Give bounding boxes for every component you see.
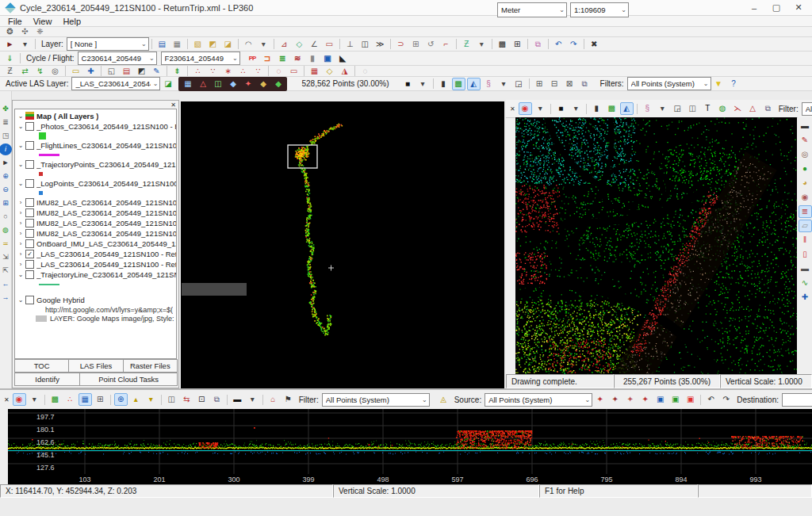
- redo-icon[interactable]: ↷: [567, 38, 580, 51]
- table-blue-icon[interactable]: ▦: [181, 78, 194, 90]
- route-grid-icon[interactable]: ⊞: [409, 38, 423, 51]
- diamond-gold-icon[interactable]: ◇: [323, 65, 336, 78]
- spiral-pink-icon[interactable]: §: [482, 78, 496, 90]
- tab-raster-files[interactable]: Raster Files: [123, 359, 178, 373]
- step-tool-icon[interactable]: ⊐: [261, 52, 274, 65]
- layer-checkbox[interactable]: [25, 208, 34, 217]
- box-3d-icon[interactable]: ▱: [799, 220, 812, 232]
- map-viewport[interactable]: [181, 101, 504, 388]
- flag-small-icon[interactable]: ⚑: [282, 393, 295, 406]
- tree-item[interactable]: ›IMU82_LAS_C230614_205449_121SN100 -: [17, 218, 176, 228]
- profile-viewport[interactable]: [8, 409, 812, 485]
- forward-icon[interactable]: →: [0, 292, 12, 304]
- expand-icon[interactable]: ›: [17, 261, 25, 268]
- redo-icon[interactable]: ↷: [719, 393, 733, 406]
- layer-checkbox[interactable]: [25, 198, 34, 207]
- classify-b-icon[interactable]: ✦: [608, 393, 622, 406]
- classify-c-icon[interactable]: ✦: [623, 393, 637, 406]
- expand-icon[interactable]: ›: [17, 199, 25, 206]
- export-red-icon[interactable]: ▤: [120, 65, 133, 78]
- bolt-green-icon[interactable]: ↯: [33, 65, 47, 78]
- menu-item-view[interactable]: View: [28, 17, 58, 26]
- menu-item-file[interactable]: File: [2, 17, 28, 26]
- collapse-icon[interactable]: ⌄: [17, 113, 25, 120]
- folder-scan-icon[interactable]: ◩: [206, 38, 220, 51]
- expand-icon[interactable]: ›: [17, 230, 25, 237]
- collapse-icon[interactable]: ⇲: [0, 251, 12, 263]
- tab-point-cloud-tasks[interactable]: Point Cloud Tasks: [79, 373, 178, 386]
- drop-points-icon[interactable]: ⇟: [170, 65, 184, 78]
- bar-dark-icon[interactable]: ▮: [437, 78, 450, 90]
- expand-icon[interactable]: ›: [17, 220, 25, 227]
- edit-blue-icon[interactable]: ✎: [150, 65, 163, 78]
- grid-rgb-icon[interactable]: ▩: [452, 78, 465, 90]
- points-e-icon[interactable]: ∵: [251, 65, 265, 78]
- layer-checkbox[interactable]: [25, 260, 34, 269]
- digitize-rect-icon[interactable]: ▭: [323, 38, 336, 51]
- profile-tee-icon[interactable]: ⊥: [343, 38, 357, 51]
- view-rgb-1-icon[interactable]: ▣: [653, 393, 667, 406]
- select-rect-icon[interactable]: ▭: [287, 65, 301, 78]
- close-button[interactable]: ✕: [787, 2, 810, 13]
- flight-select[interactable]: F230614_205449⌄: [161, 52, 240, 65]
- zsort-icon[interactable]: Ƶ: [3, 65, 17, 78]
- tree-item[interactable]: ⌄_Photos_C230614_205449_121SN100 - Ret: [17, 121, 176, 132]
- invert-box-icon[interactable]: ◲: [512, 78, 526, 90]
- cycle-select[interactable]: C230614_205449⌄: [78, 52, 157, 65]
- active-layer-edit-icon[interactable]: ◪: [161, 78, 174, 90]
- points-c-icon[interactable]: ∗: [221, 65, 235, 78]
- toc-close-icon[interactable]: ✕: [170, 101, 176, 109]
- help-pointer-icon[interactable]: ?: [727, 78, 741, 90]
- badge-panes-icon[interactable]: ◫: [686, 102, 699, 115]
- fit-box-icon[interactable]: ◲: [671, 102, 684, 115]
- copy-pages-icon[interactable]: ⧉: [210, 393, 224, 406]
- bar-dark-icon[interactable]: ▮: [590, 102, 603, 115]
- globe-3d-icon[interactable]: ◍: [716, 102, 730, 115]
- pan-icon[interactable]: ○: [0, 211, 12, 223]
- expand-icon[interactable]: ›: [17, 240, 25, 247]
- scale-select[interactable]: 1:109609⌄: [570, 2, 629, 17]
- swap-green-icon[interactable]: ⇄: [18, 65, 32, 78]
- select-tool-icon[interactable]: ►: [3, 38, 17, 51]
- digitize-line-icon[interactable]: ∠: [308, 38, 321, 51]
- source-select[interactable]: All Points (System)⌄: [485, 393, 592, 407]
- link-pink-icon[interactable]: ⧉: [531, 38, 545, 51]
- copy-grid-icon[interactable]: ◫: [211, 78, 224, 90]
- expand-icon[interactable]: ›: [17, 209, 25, 216]
- import-down-icon[interactable]: ⇓: [3, 52, 17, 65]
- undo-icon[interactable]: ↶: [552, 38, 565, 51]
- rgb-dot-icon[interactable]: ◉: [13, 393, 26, 406]
- profile-lines-icon[interactable]: ≣: [799, 205, 812, 218]
- pyramid-red-icon[interactable]: ◮: [338, 65, 351, 78]
- tab-identify[interactable]: Identify: [14, 373, 80, 386]
- layer-checkbox[interactable]: [25, 141, 34, 150]
- stack-red-icon[interactable]: ≋: [291, 52, 304, 65]
- pan-sphere-icon[interactable]: ✣: [18, 25, 32, 38]
- copy-pages-icon[interactable]: ⧉: [761, 102, 775, 115]
- classify-z-icon[interactable]: Ƶ: [460, 38, 473, 51]
- triangle-red-icon[interactable]: △: [196, 78, 209, 90]
- route-left-icon[interactable]: ⊃: [394, 38, 408, 51]
- maximize-button[interactable]: ▢: [765, 2, 787, 13]
- step-up-icon[interactable]: ▴: [129, 393, 143, 406]
- save-icon[interactable]: ▤: [155, 38, 169, 51]
- classify-z-dropdown-icon[interactable]: ▾: [475, 38, 488, 51]
- profile-track-icon[interactable]: ≃: [0, 238, 12, 250]
- info-icon[interactable]: i: [0, 143, 12, 155]
- layer-checkbox[interactable]: [25, 160, 34, 169]
- layer-checkbox[interactable]: [25, 239, 34, 248]
- undo-icon[interactable]: ↶: [704, 393, 718, 406]
- render-globe-icon[interactable]: ❂: [3, 25, 17, 38]
- rgb-dot-dropdown-icon[interactable]: ▾: [534, 102, 547, 115]
- text-tool-icon[interactable]: T: [701, 102, 714, 115]
- window-restore-icon[interactable]: ◱: [105, 65, 118, 78]
- arc-select-dropdown-icon[interactable]: ▾: [257, 38, 270, 51]
- export-gold-icon[interactable]: ◆: [256, 78, 270, 90]
- grid-rgb-icon[interactable]: ▩: [605, 102, 619, 115]
- search-edit-icon[interactable]: ◎: [799, 148, 812, 161]
- column-gray-icon[interactable]: ▮: [306, 52, 320, 65]
- tab-las-files[interactable]: LAS Files: [68, 359, 123, 373]
- close-tool-icon[interactable]: ✖: [588, 38, 601, 51]
- tab-toc[interactable]: TOC: [14, 359, 69, 373]
- red-bars-icon[interactable]: ‖: [799, 234, 812, 247]
